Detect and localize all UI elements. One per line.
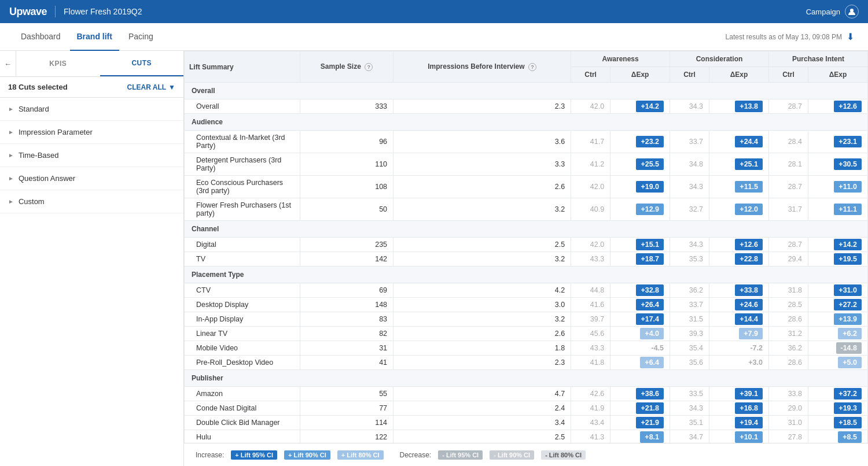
row-name: Digital <box>185 238 300 252</box>
row-impressions: 2.6 <box>393 176 571 198</box>
row-impressions: 2.5 <box>393 238 571 252</box>
row-sample-size: 77 <box>300 401 393 416</box>
tab-dashboard[interactable]: Dashboard <box>14 23 68 51</box>
row-aw-ctrl: 44.8 <box>571 283 610 298</box>
row-name: Mobile Video <box>185 341 300 356</box>
sidebar-item-impression-parameter[interactable]: ► Impression Parameter <box>0 121 183 144</box>
row-con-ctrl: 34.3 <box>670 238 709 252</box>
expand-arrow-icon: ► <box>8 106 14 112</box>
sidebar-tab-cuts[interactable]: CUTS <box>100 51 184 76</box>
nav-tabs-right: Latest results as of May 13, 09:08 PM ⬇ <box>726 31 854 42</box>
sidebar-tab-kpis[interactable]: KPIS <box>16 51 100 76</box>
legend-dec-90: - Lift 90% CI <box>490 450 534 460</box>
tab-brand-lift[interactable]: Brand lift <box>70 23 119 51</box>
top-bar: Upwave Flower Fresh 2019Q2 Campaign <box>0 0 868 23</box>
download-icon[interactable]: ⬇ <box>847 31 854 42</box>
table-row: TV1423.243.3+18.735.3+22.829.4+19.5 <box>185 252 868 267</box>
section-row: Audience <box>185 114 868 131</box>
legend-dec-95: - Lift 95% CI <box>438 450 483 460</box>
row-con-delta: +7.9 <box>709 327 769 341</box>
row-aw-delta: +32.8 <box>610 283 670 298</box>
table-row: Flower Fresh Purchasers (1st party)503.2… <box>185 198 868 221</box>
row-pi-ctrl: 29.4 <box>768 252 808 267</box>
clear-all-button[interactable]: CLEAR ALL ▼ <box>127 83 175 91</box>
row-aw-ctrl: 43.4 <box>571 416 610 430</box>
row-aw-delta: +21.8 <box>610 401 670 416</box>
row-aw-delta: +26.4 <box>610 298 670 312</box>
expand-arrow-icon: ► <box>8 198 14 205</box>
content-area: Lift Summary Sample Size ? Impressions B… <box>184 51 868 466</box>
sidebar-item-question-answer[interactable]: ► Question Answer <box>0 167 183 190</box>
row-con-ctrl: 35.4 <box>670 341 709 356</box>
row-pi-ctrl: 28.7 <box>768 99 808 114</box>
row-aw-delta: +14.2 <box>610 99 670 114</box>
row-name: Double Click Bid Manager <box>185 416 300 430</box>
sidebar: ← KPIS CUTS 18 Cuts selected CLEAR ALL ▼… <box>0 51 184 466</box>
campaign-link[interactable]: Campaign <box>806 8 840 16</box>
tab-pacing[interactable]: Pacing <box>122 23 160 51</box>
row-sample-size: 148 <box>300 298 393 312</box>
row-aw-ctrl: 39.7 <box>571 312 610 327</box>
row-sample-size: 96 <box>300 131 393 153</box>
row-impressions: 2.3 <box>393 356 571 370</box>
impressions-help-icon[interactable]: ? <box>528 63 536 71</box>
table-row: Digital2352.542.0+15.134.3+12.628.7+14.2 <box>185 238 868 252</box>
table-row: CTV694.244.8+32.836.2+33.831.8+31.0 <box>185 283 868 298</box>
row-impressions: 3.0 <box>393 298 571 312</box>
th-aw-delta: ΔExp <box>610 67 670 83</box>
table-row: Double Click Bid Manager1143.443.4+21.93… <box>185 416 868 430</box>
row-name: CTV <box>185 283 300 298</box>
user-avatar[interactable] <box>845 5 859 19</box>
th-aw-ctrl: Ctrl <box>571 67 610 83</box>
legend-chip-dec-80: - Lift 80% CI <box>541 450 586 460</box>
row-aw-delta: +8.1 <box>610 430 670 445</box>
legend-dec-80: - Lift 80% CI <box>541 450 586 460</box>
table-row: Eco Conscious Purchasers (3rd party)1082… <box>185 176 868 198</box>
sidebar-item-time-based[interactable]: ► Time-Based <box>0 144 183 167</box>
row-con-ctrl: 34.3 <box>670 176 709 198</box>
row-name: TV <box>185 252 300 267</box>
row-con-delta: +24.4 <box>709 131 769 153</box>
row-pi-delta: +11.0 <box>808 176 867 198</box>
row-con-delta: +22.8 <box>709 252 769 267</box>
sidebar-item-standard[interactable]: ► Standard <box>0 98 183 121</box>
th-consideration-group: Consideration <box>670 51 769 67</box>
row-sample-size: 50 <box>300 198 393 221</box>
th-lift-summary: Lift Summary <box>185 51 300 83</box>
row-con-delta: +13.8 <box>709 99 769 114</box>
row-pi-delta: +23.1 <box>808 131 867 153</box>
row-sample-size: 108 <box>300 176 393 198</box>
row-sample-size: 122 <box>300 430 393 445</box>
sample-size-help-icon[interactable]: ? <box>365 63 373 71</box>
row-con-ctrl: 32.7 <box>670 198 709 221</box>
row-impressions: 4.2 <box>393 283 571 298</box>
legend-bar: Increase: + Lift 95% CI + Lift 90% CI + … <box>184 443 868 466</box>
th-sample-size: Sample Size ? <box>300 51 393 83</box>
row-name: Eco Conscious Purchasers (3rd party) <box>185 176 300 198</box>
row-con-ctrl: 35.3 <box>670 252 709 267</box>
row-con-delta: -7.2 <box>709 341 769 356</box>
row-name: Desktop Display <box>185 298 300 312</box>
th-purchase-intent-group: Purchase Intent <box>768 51 867 67</box>
row-aw-ctrl: 42.6 <box>571 387 610 401</box>
legend-inc-95: + Lift 95% CI <box>231 450 277 460</box>
row-pi-delta: -14.8 <box>808 341 867 356</box>
row-impressions: 1.8 <box>393 341 571 356</box>
table-row: Linear TV822.645.6+4.039.3+7.931.2+6.2 <box>185 327 868 341</box>
sidebar-tabs: ← KPIS CUTS <box>0 51 183 77</box>
row-aw-ctrl: 42.0 <box>571 238 610 252</box>
row-con-ctrl: 39.3 <box>670 327 709 341</box>
table-row: Amazon554.742.6+38.633.5+39.133.8+37.2 <box>185 387 868 401</box>
th-pi-ctrl: Ctrl <box>768 67 808 83</box>
row-pi-delta: +11.1 <box>808 198 867 221</box>
row-con-delta: +16.8 <box>709 401 769 416</box>
sidebar-item-custom[interactable]: ► Custom <box>0 190 183 213</box>
row-aw-ctrl: 41.8 <box>571 356 610 370</box>
back-button[interactable]: ← <box>0 51 16 76</box>
cuts-selected-label: 18 Cuts selected <box>8 83 68 91</box>
row-aw-delta: +4.0 <box>610 327 670 341</box>
logo: Upwave <box>9 6 47 18</box>
row-con-delta: +25.1 <box>709 153 769 176</box>
row-impressions: 3.2 <box>393 312 571 327</box>
row-con-ctrl: 33.5 <box>670 387 709 401</box>
